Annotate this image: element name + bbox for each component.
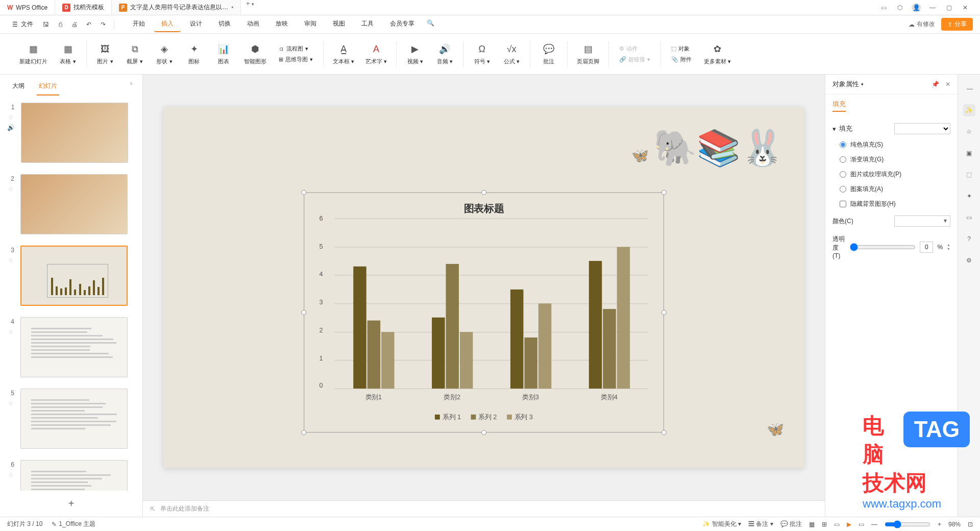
selection-handle[interactable] — [481, 430, 486, 435]
thumb-row[interactable]: 1☆🔊 — [7, 103, 135, 163]
normal-view-icon[interactable]: ▦ — [809, 521, 815, 528]
zoom-minus[interactable]: — — [871, 521, 877, 528]
has-changes-label[interactable]: ☁ 有修改 — [909, 20, 935, 29]
video-button[interactable]: ▶视频 ▾ — [404, 40, 426, 67]
reading-view-icon[interactable]: ▭ — [834, 521, 840, 528]
resource-tool-icon[interactable]: ⬚ — [963, 168, 975, 181]
comment-button[interactable]: 💬批注 — [537, 40, 560, 67]
search-icon[interactable]: 🔍 — [424, 16, 437, 30]
star-icon[interactable]: ☆ — [8, 185, 14, 192]
settings-tool-icon[interactable]: ⚙ — [963, 254, 975, 267]
tab-slideshow[interactable]: 放映 — [268, 16, 295, 32]
star-icon[interactable]: ☆ — [8, 400, 14, 407]
flowchart-button[interactable]: ⫏ 流程图 ▾ — [276, 44, 316, 54]
minimize-button[interactable]: — — [928, 3, 937, 12]
tab-insert[interactable]: 插入 — [154, 16, 181, 32]
textbox-button[interactable]: A̲文本框 ▾ — [331, 40, 356, 67]
fit-icon[interactable]: ⊡ — [968, 521, 973, 528]
star-icon[interactable]: ☆ — [8, 257, 14, 264]
notes-button[interactable]: ☰ 备注 ▾ — [748, 520, 773, 528]
symbol-button[interactable]: Ω符号 ▾ — [471, 40, 493, 67]
collapse-panel-icon[interactable]: ‹ — [130, 80, 132, 95]
theme-button[interactable]: ✎ 1_Office 主题 — [52, 520, 95, 528]
attachment-button[interactable]: 📎 附件 — [668, 55, 695, 64]
star-tool-icon[interactable]: ☆ — [963, 126, 975, 138]
cube-icon[interactable]: ⬡ — [895, 3, 904, 12]
thumb-row[interactable]: 6☆ — [7, 460, 135, 491]
selection-handle[interactable] — [662, 430, 667, 435]
selection-handle[interactable] — [481, 190, 486, 195]
new-slide-button[interactable]: ▦新建幻灯片 — [17, 40, 50, 67]
help-tool-icon[interactable]: ? — [963, 233, 975, 245]
opacity-value[interactable]: 0 — [920, 242, 933, 253]
star-icon[interactable]: ☆ — [8, 471, 14, 478]
pin-icon[interactable]: 📌 — [932, 81, 939, 88]
fill-type-dropdown[interactable] — [894, 123, 950, 134]
slide-thumbnail[interactable] — [20, 460, 128, 491]
slide-thumbnail[interactable] — [21, 103, 128, 163]
formula-button[interactable]: √x公式 ▾ — [500, 40, 523, 67]
layers-tool-icon[interactable]: ▣ — [963, 147, 975, 159]
slide-thumbnail[interactable] — [20, 174, 128, 234]
solid-fill-radio[interactable]: 纯色填充(S) — [832, 137, 950, 152]
slide-canvas[interactable]: 🦋 🦋 🐘📚🐰 图表标题 类别1类别2类别3类别4 — [164, 107, 804, 468]
pattern-fill-radio[interactable]: 图案填充(A) — [832, 182, 950, 197]
collapse-side-icon[interactable]: — — [964, 83, 976, 95]
chevron-down-icon[interactable]: ▾ — [861, 82, 864, 87]
outline-tab[interactable]: 大纲 — [10, 80, 27, 95]
zoom-slider[interactable] — [885, 520, 930, 528]
comments-button[interactable]: 💬 批注 — [780, 520, 802, 528]
thumb-row[interactable]: 5☆ — [7, 389, 135, 449]
effects-tool-icon[interactable]: ✦ — [963, 190, 975, 202]
gradient-fill-radio[interactable]: 渐变填充(G) — [832, 152, 950, 167]
app-tab-document[interactable]: P 文字是人类用符号记录表达信息以… • — [112, 0, 241, 15]
selection-handle[interactable] — [662, 190, 667, 195]
expand-notes-icon[interactable]: ⇱ — [150, 505, 155, 513]
tab-member[interactable]: 会员专享 — [383, 16, 422, 32]
app-tab-templates[interactable]: D 找稻壳模板 — [55, 0, 112, 15]
chart-button[interactable]: 📊图表 — [212, 40, 235, 67]
star-icon[interactable]: ☆ — [8, 114, 14, 121]
slide-thumbnail[interactable] — [20, 246, 128, 306]
print-preview-icon[interactable]: 🖨 — [68, 18, 81, 31]
more-materials-button[interactable]: ✿更多素材 ▾ — [702, 40, 733, 67]
selection-handle[interactable] — [301, 190, 306, 195]
smart-beautify-button[interactable]: ✨ 智能美化 ▾ — [702, 520, 741, 528]
print-icon[interactable]: ⎙ — [54, 18, 67, 31]
slide-thumbnail[interactable] — [20, 317, 128, 377]
tab-animation[interactable]: 动画 — [240, 16, 266, 32]
thumb-row[interactable]: 3☆ — [7, 246, 135, 306]
smart-graphic-button[interactable]: ⬢智能图形 — [242, 40, 268, 67]
user-avatar-icon[interactable]: 👤 — [912, 3, 921, 12]
close-button[interactable]: ✕ — [961, 3, 970, 12]
thumb-row[interactable]: 2☆ — [7, 174, 135, 234]
wordart-button[interactable]: A艺术字 ▾ — [363, 40, 389, 67]
tab-transition[interactable]: 切换 — [211, 16, 238, 32]
fill-section-header[interactable]: ▾ 填充 — [832, 120, 950, 137]
object-button[interactable]: ⬚ 对象 — [668, 44, 695, 54]
tab-review[interactable]: 审阅 — [297, 16, 324, 32]
shape-button[interactable]: ◈形状 ▾ — [153, 40, 176, 67]
close-panel-icon[interactable]: ✕ — [945, 81, 950, 88]
tab-tools[interactable]: 工具 — [354, 16, 381, 32]
share-button[interactable]: ⇪ 分享 — [941, 18, 973, 31]
picture-fill-radio[interactable]: 图片或纹理填充(P) — [832, 167, 950, 182]
star-icon[interactable]: ☆ — [8, 328, 14, 335]
zoom-out-icon[interactable]: ▭ — [859, 521, 864, 528]
selection-handle[interactable] — [301, 430, 306, 435]
file-menu[interactable]: ☰ 文件 — [7, 20, 38, 29]
tab-view[interactable]: 视图 — [326, 16, 352, 32]
slide-thumbnail[interactable] — [20, 389, 128, 449]
picture-button[interactable]: 🖼图片 ▾ — [94, 40, 116, 67]
opacity-stepper[interactable]: ▲▼ — [947, 243, 950, 251]
new-tab-button[interactable]: + ▾ — [241, 0, 259, 15]
slides-tab[interactable]: 幻灯片 — [37, 80, 59, 95]
zoom-plus[interactable]: + — [938, 521, 941, 528]
tab-start[interactable]: 开始 — [126, 16, 152, 32]
ai-tool-icon[interactable]: ✨ — [963, 104, 975, 116]
notes-bar[interactable]: ⇱ 单击此处添加备注 — [143, 500, 825, 517]
redo-icon[interactable]: ↷ — [96, 18, 110, 31]
sorter-view-icon[interactable]: ⊞ — [822, 521, 827, 528]
opacity-slider[interactable] — [850, 243, 916, 251]
reading-mode-icon[interactable]: ▭ — [879, 3, 888, 12]
